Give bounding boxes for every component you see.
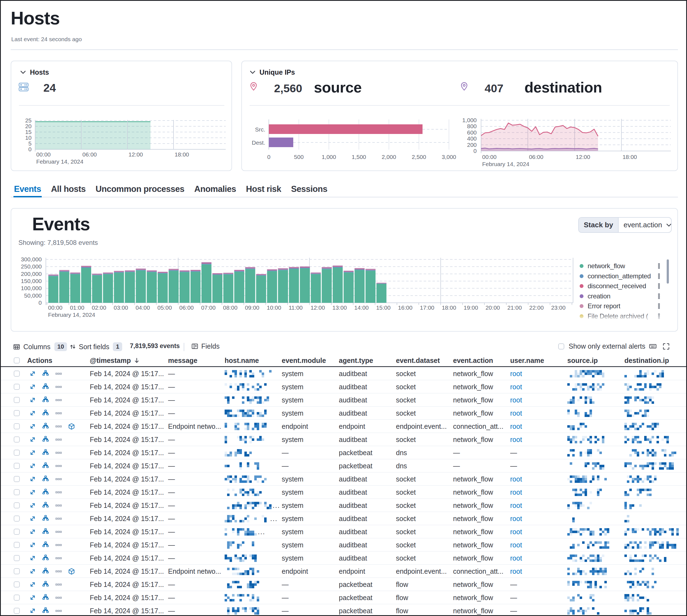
cell-source-ip[interactable]: [567, 433, 622, 446]
expand-event-icon[interactable]: [29, 608, 36, 614]
more-actions-icon[interactable]: [55, 383, 62, 390]
row-checkbox[interactable]: [14, 608, 20, 614]
select-all-checkbox[interactable]: [14, 357, 20, 364]
user-name-link[interactable]: root: [510, 383, 522, 391]
cell-destination-ip[interactable]: [624, 604, 686, 616]
legend-label[interactable]: network_flow: [587, 262, 625, 270]
cell-destination-ip[interactable]: [624, 393, 686, 406]
column-header-eventaction[interactable]: event.action: [453, 354, 508, 367]
cell-source-ip[interactable]: [567, 367, 622, 380]
cell-host-name[interactable]: [224, 486, 280, 499]
expand-event-icon[interactable]: [29, 502, 36, 509]
columns-button[interactable]: Columns10: [13, 342, 67, 351]
cell-source-ip[interactable]: [567, 380, 622, 393]
more-actions-icon[interactable]: [55, 594, 62, 601]
expand-event-icon[interactable]: [29, 436, 36, 443]
cell-host-name[interactable]: [224, 380, 280, 393]
user-name-link[interactable]: root: [510, 528, 522, 536]
more-actions-icon[interactable]: [55, 542, 62, 548]
column-header-message[interactable]: message: [168, 354, 222, 367]
user-name-link[interactable]: root: [510, 396, 522, 404]
expand-event-icon[interactable]: [29, 555, 36, 562]
expand-event-icon[interactable]: [29, 423, 36, 430]
cell-destination-ip[interactable]: [624, 538, 686, 551]
cell-destination-ip[interactable]: [624, 486, 686, 499]
row-checkbox[interactable]: [14, 595, 20, 601]
expand-event-icon[interactable]: [29, 542, 36, 548]
row-checkbox[interactable]: [14, 371, 20, 377]
stack-by-select[interactable]: event.action: [619, 218, 672, 232]
legend-label[interactable]: connection_attempted: [587, 272, 651, 280]
row-checkbox[interactable]: [14, 581, 20, 588]
cell-destination-ip[interactable]: [624, 499, 686, 512]
row-checkbox[interactable]: [14, 450, 20, 456]
legend-label[interactable]: disconnect_received: [587, 282, 646, 290]
user-name-link[interactable]: root: [510, 409, 522, 417]
expand-event-icon[interactable]: [29, 515, 36, 522]
cell-host-name[interactable]: [224, 446, 280, 459]
more-actions-icon[interactable]: [55, 397, 62, 403]
expand-event-icon[interactable]: [29, 581, 36, 588]
analyze-event-icon[interactable]: [42, 410, 49, 417]
more-actions-icon[interactable]: [55, 449, 62, 456]
user-name-link[interactable]: root: [510, 541, 522, 549]
user-name-link[interactable]: root: [510, 515, 522, 523]
more-actions-icon[interactable]: [55, 568, 62, 575]
analyze-event-icon[interactable]: [42, 436, 49, 443]
user-name-link[interactable]: root: [510, 488, 522, 496]
cell-source-ip[interactable]: [567, 420, 622, 433]
expand-event-icon[interactable]: [29, 594, 36, 601]
analyze-event-icon[interactable]: [42, 489, 49, 496]
row-checkbox[interactable]: [14, 423, 20, 429]
cell-host-name[interactable]: [224, 420, 280, 433]
user-name-link[interactable]: root: [510, 436, 522, 444]
cell-host-name[interactable]: [224, 538, 280, 551]
column-header-username[interactable]: user.name: [510, 354, 564, 367]
cell-destination-ip[interactable]: [624, 472, 686, 486]
cell-source-ip[interactable]: [567, 604, 622, 616]
cell-destination-ip[interactable]: [624, 433, 686, 446]
cell-source-ip[interactable]: [567, 486, 622, 499]
cell-source-ip[interactable]: [567, 565, 622, 578]
legend-label[interactable]: Error report: [587, 302, 620, 310]
cell-source-ip[interactable]: [567, 446, 622, 459]
tab-all-hosts[interactable]: All hosts: [50, 182, 86, 197]
boxes-vertical-icon[interactable]: [656, 283, 662, 289]
analyze-event-icon[interactable]: [42, 423, 49, 430]
analyze-event-icon[interactable]: [42, 370, 49, 377]
cell-source-ip[interactable]: [567, 472, 622, 486]
cell-source-ip[interactable]: [567, 551, 622, 565]
cell-host-name[interactable]: [224, 393, 280, 406]
cell-host-name[interactable]: ...: [224, 512, 280, 525]
analyze-event-icon[interactable]: [42, 462, 49, 469]
keyboard-icon[interactable]: [649, 343, 657, 350]
legend-label[interactable]: creation: [587, 292, 610, 300]
more-actions-icon[interactable]: [55, 502, 62, 509]
user-name-link[interactable]: root: [510, 475, 522, 483]
more-actions-icon[interactable]: [55, 555, 62, 562]
column-header-eventdataset[interactable]: event.dataset: [396, 354, 450, 367]
column-header-hostname[interactable]: host.name: [224, 354, 280, 367]
row-checkbox[interactable]: [14, 463, 20, 469]
cell-host-name[interactable]: [224, 472, 280, 486]
cell-source-ip[interactable]: [567, 538, 622, 551]
cell-host-name[interactable]: [224, 367, 280, 380]
cell-destination-ip[interactable]: [624, 565, 686, 578]
expand-event-icon[interactable]: [29, 463, 36, 469]
column-header-eventmodule[interactable]: event.module: [282, 354, 336, 367]
analyze-event-icon[interactable]: [42, 581, 49, 588]
cell-source-ip[interactable]: [567, 393, 622, 406]
boxes-vertical-icon[interactable]: [656, 263, 662, 269]
analyze-event-icon[interactable]: [42, 541, 49, 548]
cell-destination-ip[interactable]: [624, 525, 686, 538]
expand-event-icon[interactable]: [29, 476, 36, 482]
cell-source-ip[interactable]: [567, 459, 622, 472]
analyze-event-icon[interactable]: [42, 476, 49, 483]
more-actions-icon[interactable]: [55, 436, 62, 443]
endpoint-cube-icon[interactable]: [68, 568, 75, 575]
analyze-event-icon[interactable]: [42, 607, 49, 614]
cell-host-name[interactable]: [224, 433, 280, 446]
analyze-event-icon[interactable]: [42, 396, 49, 403]
expand-event-icon[interactable]: [29, 370, 36, 377]
tab-uncommon-processes[interactable]: Uncommon processes: [95, 182, 185, 197]
